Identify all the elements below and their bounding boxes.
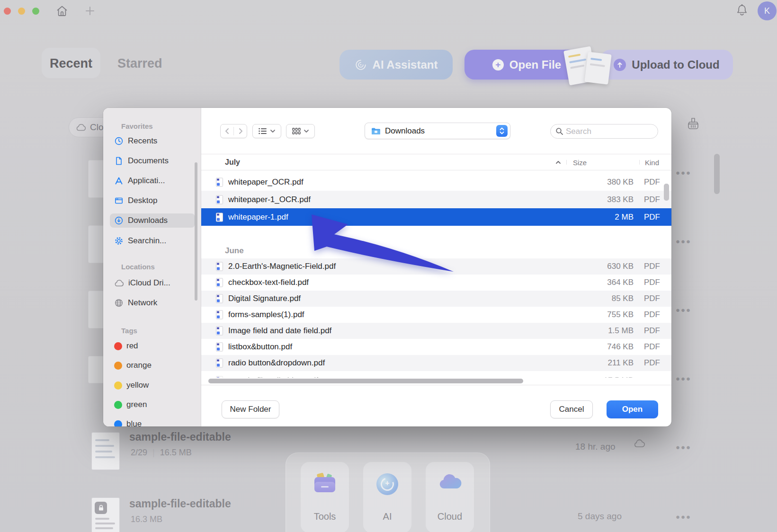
cancel-button[interactable]: Cancel <box>550 400 593 418</box>
upload-arrow-icon <box>614 59 626 71</box>
traffic-light-zoom[interactable] <box>32 8 39 15</box>
file-kind: PDF <box>644 177 660 187</box>
tab-starred[interactable]: Starred <box>117 56 162 71</box>
file-name: whitepaper-1_OCR.pdf <box>228 195 311 204</box>
pdf-file-icon <box>216 343 223 352</box>
tab-starred-label: Starred <box>117 56 162 71</box>
location-stepper[interactable] <box>496 125 508 137</box>
file-kind: PDF <box>644 262 660 271</box>
sidebar-item-network[interactable]: Network <box>110 296 195 310</box>
cloud-sync-icon[interactable] <box>634 439 645 448</box>
pdf-file-icon <box>216 278 223 287</box>
dock-cloud-label: Cloud <box>426 511 474 522</box>
folder-icon <box>371 127 381 135</box>
row-more-button[interactable]: ●●● <box>676 443 691 451</box>
sidebar-item-desktop[interactable]: Desktop <box>110 194 195 208</box>
traffic-light-close[interactable] <box>4 8 11 15</box>
sidebar-item-label: Network <box>128 298 157 308</box>
row-more-button[interactable]: ●●● <box>676 168 691 177</box>
traffic-light-minimize[interactable] <box>18 8 25 15</box>
file-row[interactable]: listbox&button.pdf 746 KB PDF <box>201 339 671 355</box>
home-icon[interactable] <box>55 4 69 18</box>
dock-ai-label: AI <box>363 511 411 522</box>
tag-dot-blue <box>114 420 122 427</box>
new-folder-button[interactable]: New Folder <box>222 400 279 418</box>
sidebar-item-searching[interactable]: Searchin... <box>110 234 195 248</box>
file-kind: PDF <box>644 358 660 368</box>
dock-cloud[interactable]: Cloud <box>426 462 474 532</box>
sort-chevron-icon[interactable] <box>555 160 561 164</box>
tag-label: orange <box>126 361 152 370</box>
search-input[interactable] <box>550 124 658 139</box>
file-row[interactable]: Digital Signature.pdf 85 KB PDF <box>201 291 671 307</box>
location-dropdown[interactable]: Downloads <box>365 123 510 139</box>
bg-file-size: 16.5 MB <box>160 448 192 457</box>
ai-icon: + <box>376 473 398 495</box>
document-icon <box>114 156 124 166</box>
column-divider[interactable] <box>639 160 640 165</box>
chevron-down-icon <box>304 129 309 133</box>
row-more-button[interactable]: ●●● <box>676 374 691 382</box>
column-divider[interactable] <box>566 160 567 165</box>
file-row[interactable]: forms-samples(1).pdf 755 KB PDF <box>201 307 671 323</box>
pdf-file-icon <box>216 376 223 378</box>
file-size: 1.5 MB <box>608 326 634 336</box>
column-header-size[interactable]: Size <box>573 158 587 166</box>
forward-button[interactable] <box>234 127 247 135</box>
dock-ai[interactable]: + AI <box>363 462 411 532</box>
avatar[interactable]: K <box>758 1 777 20</box>
file-name: checkbox-text-field.pdf <box>228 278 309 287</box>
file-name: listbox&button.pdf <box>228 342 292 352</box>
sidebar-item-label: Documents <box>128 156 169 166</box>
file-size: 746 KB <box>607 342 634 352</box>
bg-file-time: 18 hr. ago <box>575 442 616 452</box>
row-more-button[interactable]: ●●● <box>676 306 691 314</box>
search-field[interactable] <box>550 124 658 139</box>
sidebar-item-documents[interactable]: Documents <box>110 154 195 168</box>
file-thumbnail-locked <box>91 497 120 532</box>
sidebar-scrollbar[interactable] <box>195 162 197 301</box>
upload-to-cloud-button[interactable]: Upload to Cloud <box>600 50 733 80</box>
ai-assistant-button[interactable]: AI Assistant <box>339 50 453 80</box>
sidebar-tag-blue[interactable]: blue <box>110 417 195 426</box>
file-size: 17.5 MB <box>604 376 634 378</box>
file-row-partial[interactable]: sample-file-editable....pdf 17.5 MB <box>201 372 671 378</box>
horizontal-scrollbar[interactable] <box>208 379 523 383</box>
sidebar-item-recents[interactable]: Recents <box>110 134 195 148</box>
list-scrollbar[interactable] <box>664 184 669 201</box>
pdf-file-icon <box>216 262 223 271</box>
file-row[interactable]: whitepaper-1_OCR.pdf 383 KB PDF <box>201 191 671 208</box>
dock-tools[interactable]: Tools <box>301 462 349 532</box>
sidebar-item-applications[interactable]: Applicati... <box>110 174 195 188</box>
pdf-file-icon <box>216 195 223 204</box>
back-button[interactable] <box>221 127 233 135</box>
file-row[interactable]: 2.0-Earth's-Magnetic-Field.pdf 630 KB PD… <box>201 258 671 275</box>
new-tab-plus-icon[interactable] <box>85 6 95 16</box>
background-scrollbar[interactable] <box>714 154 720 194</box>
tab-recent[interactable]: Recent <box>42 48 100 78</box>
sidebar-tag-green[interactable]: green <box>110 398 195 412</box>
bg-file-title: sample-file-editable <box>129 497 231 510</box>
file-size: 630 KB <box>607 262 634 271</box>
row-more-button[interactable]: ●●● <box>676 513 691 521</box>
list-view-button[interactable] <box>252 124 281 138</box>
notifications-bell-icon[interactable] <box>735 3 749 18</box>
row-more-button[interactable]: ●●● <box>676 237 691 245</box>
sidebar-tag-red[interactable]: red <box>110 339 195 353</box>
file-row[interactable]: whitepaper_OCR.pdf 380 KB PDF <box>201 173 671 191</box>
file-row[interactable]: radio button&dropdown.pdf 211 KB PDF <box>201 355 671 371</box>
clean-broom-icon[interactable] <box>685 116 702 134</box>
file-row[interactable]: Image field and date field.pdf 1.5 MB PD… <box>201 323 671 339</box>
grid-view-button[interactable] <box>286 124 315 138</box>
open-button[interactable]: Open <box>607 400 658 418</box>
column-header-kind[interactable]: Kind <box>645 158 659 166</box>
column-header-group[interactable]: July <box>225 158 240 167</box>
sidebar-item-icloud-drive[interactable]: iCloud Dri... <box>110 276 195 290</box>
file-row[interactable]: checkbox-text-field.pdf 364 KB PDF <box>201 275 671 291</box>
ai-swirl-icon <box>355 59 367 71</box>
sidebar-item-downloads[interactable]: Downloads <box>110 213 195 228</box>
sidebar-tag-orange[interactable]: orange <box>110 358 195 372</box>
file-row-selected[interactable]: whitepaper-1.pdf 2 MB PDF <box>201 208 671 226</box>
cloud-colored-icon <box>438 473 462 490</box>
sidebar-tag-yellow[interactable]: yellow <box>110 378 195 392</box>
